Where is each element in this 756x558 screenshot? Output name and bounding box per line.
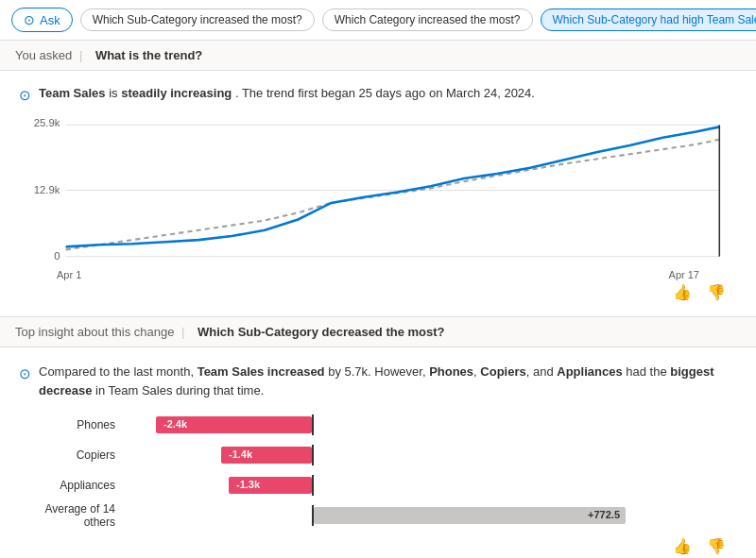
bar-fill-average: +772.5 [314, 507, 626, 524]
insight-text-content: Compared to the last month, Team Sales i… [39, 363, 737, 399]
bar-container-copiers: -1.4k [123, 445, 737, 465]
insight-block: ⊙ Compared to the last month, Team Sales… [0, 347, 756, 558]
bar-row-average: Average of 14 others +772.5 [28, 503, 737, 528]
trend-description: Team Sales is steadily increasing . The … [39, 86, 535, 100]
chip-cat-increase[interactable]: Which Category increased the most? [322, 8, 533, 31]
svg-text:0: 0 [54, 250, 60, 262]
x-label-start: Apr 1 [57, 269, 81, 280]
answer-block: ⊙ Team Sales is steadily increasing . Th… [0, 71, 756, 316]
question-label: You asked [15, 48, 72, 62]
bar-value-appliances: -1.3k [236, 479, 260, 490]
bar-fill-appliances: -1.3k [229, 477, 312, 494]
bar-value-phones: -2.4k [163, 418, 187, 430]
top-bar: ⊙ Ask Which Sub-Category increased the m… [0, 0, 756, 41]
trend-status: steadily increasing [121, 86, 232, 100]
bar-container-phones: -2.4k [123, 414, 737, 435]
bar-row-copiers: Copiers -1.4k [28, 443, 737, 467]
bar-container-average: +772.5 [123, 505, 737, 526]
target-icon: ⊙ [19, 87, 31, 104]
question-bar: You asked | What is the trend? [0, 41, 756, 71]
chip-sub-cat-high-team[interactable]: Which Sub-Category had high Team Sales? [541, 8, 756, 31]
thumbs-down-button-1[interactable]: 👎 [703, 281, 730, 303]
bar-label-copiers: Copiers [28, 448, 123, 462]
bar-label-phones: Phones [28, 418, 123, 431]
insight-bar: Top insight about this change | Which Su… [0, 316, 756, 347]
insight-label: Top insight about this change [15, 325, 174, 339]
main-container: ⊙ Ask Which Sub-Category increased the m… [0, 0, 756, 558]
chart-x-labels: Apr 1 Apr 17 [19, 269, 737, 280]
svg-text:12.9k: 12.9k [34, 184, 60, 195]
trend-extra: The trend first began 25 days ago on Mar… [242, 86, 535, 100]
ask-icon: ⊙ [24, 12, 35, 27]
bar-pivot-appliances [312, 475, 314, 496]
trend-header: ⊙ Team Sales is steadily increasing . Th… [19, 86, 737, 104]
trend-is: is [109, 86, 121, 100]
trend-chart: 25.9k 12.9k 0 Apr 1 Apr 17 [19, 115, 737, 276]
bar-value-average: +772.5 [588, 509, 620, 520]
bar-fill-copiers: -1.4k [221, 447, 312, 464]
bar-pivot [312, 414, 314, 435]
main-content: You asked | What is the trend? ⊙ Team Sa… [0, 41, 756, 558]
thumbs-up-button-2[interactable]: 👍 [669, 535, 696, 557]
ask-label: Ask [40, 13, 60, 27]
bar-fill-phones: -2.4k [156, 416, 312, 433]
feedback-row-1: 👍 👎 [19, 279, 737, 305]
bar-label-appliances: Appliances [28, 479, 123, 492]
bar-row-phones: Phones -2.4k [28, 413, 737, 437]
insight-question: Which Sub-Category decreased the most? [198, 325, 445, 339]
trend-dot: . [235, 86, 242, 100]
svg-text:25.9k: 25.9k [34, 117, 60, 128]
chip-sub-cat-increase[interactable]: Which Sub-Category increased the most? [80, 8, 315, 31]
bar-row-appliances: Appliances -1.3k [28, 473, 737, 498]
feedback-row-2: 👍 👎 [19, 533, 737, 558]
bar-value-copiers: -1.4k [229, 448, 252, 460]
bar-container-appliances: -1.3k [123, 475, 737, 496]
x-label-end: Apr 17 [669, 269, 699, 280]
thumbs-down-button-2[interactable]: 👎 [703, 535, 730, 557]
question-text: What is the trend? [95, 48, 202, 62]
insight-target-icon: ⊙ [19, 364, 31, 399]
trend-metric: Team Sales [39, 86, 106, 100]
bar-chart: Phones -2.4k Copiers -1. [19, 413, 737, 528]
bar-pivot-copiers [312, 445, 314, 465]
bar-label-average: Average of 14 others [28, 502, 123, 529]
ask-button[interactable]: ⊙ Ask [11, 8, 73, 32]
insight-description: ⊙ Compared to the last month, Team Sales… [19, 363, 737, 399]
thumbs-up-button-1[interactable]: 👍 [669, 281, 696, 303]
trend-svg: 25.9k 12.9k 0 [19, 115, 737, 266]
